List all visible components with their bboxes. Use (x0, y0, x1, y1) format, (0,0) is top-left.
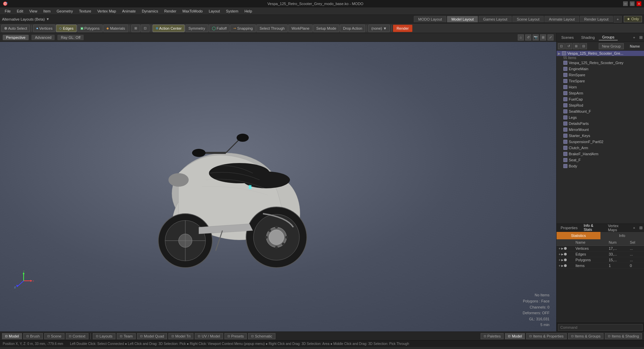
add-scene-tab-button[interactable]: + (631, 35, 637, 40)
add-layout-button[interactable]: + (614, 16, 622, 23)
viewport-refresh-button[interactable]: ↺ (525, 34, 531, 41)
menu-edit[interactable]: Edit (14, 8, 26, 14)
info-stats-tab[interactable]: Info & Stats (581, 223, 605, 233)
action-center-button[interactable]: ⊕ Action Center (153, 25, 185, 32)
menu-render[interactable]: Render (161, 8, 179, 14)
mode-context-button[interactable]: ⊡ Context (66, 333, 88, 339)
menu-layout[interactable]: Layout (206, 8, 222, 14)
menu-view[interactable]: View (27, 8, 40, 14)
tree-item-detailsparts[interactable]: DetailsParts (557, 120, 644, 127)
groups-icon-btn4[interactable]: ⊟ (580, 43, 587, 49)
tree-item-seatf[interactable]: Seat_F (557, 157, 644, 163)
model-tri-button[interactable]: ⊡ Model Tri (168, 333, 193, 339)
mode-brush-button[interactable]: ⊡ Brush (23, 333, 43, 339)
polygons-button[interactable]: ▣ Polygons (77, 25, 103, 32)
layout-preset-chevron[interactable]: ▼ (46, 17, 50, 21)
workplane-button[interactable]: WorkPlane (288, 25, 313, 32)
scene-tree[interactable]: ▶ Vespa_125_Retro_Scooter_Gre... 55 Item… (557, 51, 644, 223)
model-right-button[interactable]: ⊡ Model (505, 333, 525, 339)
tree-item-steprod[interactable]: StepRod (557, 102, 644, 108)
falloff-button[interactable]: ◯ Falloff (209, 25, 230, 32)
groups-tab[interactable]: Groups (599, 34, 618, 41)
tree-item-steparm[interactable]: StepArm (557, 90, 644, 96)
tree-item-suspension[interactable]: SuspensionF_Part02 (557, 139, 644, 145)
menu-item[interactable]: Item (41, 8, 53, 14)
stats-plus-polygons[interactable]: + (559, 258, 561, 262)
shading-tab[interactable]: Shading (578, 35, 598, 40)
viewport-camera-button[interactable]: 📷 (533, 34, 539, 41)
setup-mode-button[interactable]: Setup Mode (313, 25, 339, 32)
render-button[interactable]: Render (393, 25, 412, 32)
symmetry-button[interactable]: Symmetry (185, 25, 208, 32)
properties-tab[interactable]: Properties (558, 225, 580, 231)
viewport-home-button[interactable]: ⌂ (518, 34, 524, 41)
tab-render-layout[interactable]: Render Layout (580, 16, 613, 22)
detach-panel-button[interactable]: ⊞ (639, 35, 643, 40)
team-button[interactable]: ⊡ Team (117, 333, 136, 339)
tree-item-legs[interactable]: Legs (557, 114, 644, 120)
command-input[interactable] (558, 324, 643, 331)
workplane-btn2[interactable]: ⊡ (141, 25, 150, 32)
stats-plus-edges[interactable]: + (559, 252, 561, 256)
tree-item-mirrormount[interactable]: MirrorMount (557, 127, 644, 133)
tree-item-seatmount[interactable]: SeatMount_F (557, 108, 644, 114)
mode-model-button[interactable]: ⊡ Model (2, 333, 22, 339)
tree-item-vespa[interactable]: Vespa_125_Retro_Scooter_Grey (557, 60, 644, 66)
minimize-button[interactable]: ─ (623, 1, 628, 6)
layout-preset-selector[interactable]: Alternative Layouts (Beta) ▼ (2, 17, 49, 21)
viewport-grid-button[interactable]: ⊞ (540, 34, 546, 41)
tree-item-rimspare[interactable]: RimSpare (557, 72, 644, 78)
palettes-button[interactable]: ⊡ Palettes (481, 333, 504, 339)
groups-icon-btn1[interactable]: ⊡ (558, 43, 565, 49)
presets-button[interactable]: ⊡ Presets (224, 333, 247, 339)
tab-animate-layout[interactable]: Animate Layout (544, 16, 579, 22)
menu-geometry[interactable]: Geometry (54, 8, 76, 14)
menu-animate[interactable]: Animate (119, 8, 138, 14)
schematic-button[interactable]: ⊡ Schematic (248, 333, 275, 339)
model-quad-button[interactable]: ⊡ Model Quad (137, 333, 167, 339)
add-props-tab-button[interactable]: + (631, 225, 637, 231)
drop-action-button[interactable]: Drop Action (340, 25, 365, 32)
none-dropdown-button[interactable]: (none) ▼ (368, 25, 390, 32)
viewport-tab-advanced[interactable]: Advanced (31, 35, 55, 40)
menu-vertex-map[interactable]: Vertex Map (95, 8, 119, 14)
tree-item-enginemain[interactable]: EngineMain (557, 66, 644, 72)
menu-system[interactable]: System (223, 8, 241, 14)
scenes-tab[interactable]: Scenes (558, 35, 577, 40)
stats-tri-edges[interactable]: ▶ (561, 253, 563, 256)
detach-props-button[interactable]: ⊞ (639, 225, 643, 230)
edges-button[interactable]: ◇ Edges (56, 25, 76, 32)
stats-plus-vertices[interactable]: + (559, 247, 561, 250)
materials-button[interactable]: ◈ Materials (103, 25, 128, 32)
tab-games-layout[interactable]: Games Layout (479, 16, 512, 22)
3d-viewport[interactable]: X Y Z No Items Polygons : Face Channels:… (0, 42, 556, 331)
menu-help[interactable]: Help (242, 8, 255, 14)
viewport-raygl[interactable]: Ray GL: Off (57, 35, 84, 40)
menu-dynamics[interactable]: Dynamics (139, 8, 161, 14)
tree-item-starterkeys[interactable]: Starter_Keys (557, 133, 644, 139)
tree-item-horn[interactable]: Horn (557, 84, 644, 90)
select-through-button[interactable]: Select Through (257, 25, 288, 32)
items-groups-button[interactable]: ⊡ Items & Groups (568, 333, 603, 339)
groups-icon-btn2[interactable]: ↺ (565, 43, 572, 49)
tab-modo-layout[interactable]: MODO Layout (414, 16, 446, 22)
tree-item-body[interactable]: Body (557, 163, 644, 169)
items-shading-button[interactable]: ⊡ Items & Shading (605, 333, 642, 339)
tree-root-item[interactable]: ▶ Vespa_125_Retro_Scooter_Gre... (557, 51, 644, 56)
stats-tri-polygons[interactable]: ▶ (561, 259, 563, 262)
window-controls[interactable]: ─ □ ✕ (623, 1, 641, 6)
tree-item-brakefhandarm[interactable]: BrakeF_HandArm (557, 151, 644, 157)
close-button[interactable]: ✕ (637, 1, 641, 6)
stats-tri-vertices[interactable]: ▶ (561, 247, 563, 250)
stats-tri-items[interactable]: ▶ (561, 264, 563, 267)
tree-item-tirespare[interactable]: TireSpare (557, 78, 644, 84)
maximize-button[interactable]: □ (630, 1, 635, 6)
viewport-tab-perspective[interactable]: Perspective (3, 35, 29, 40)
statistics-subtab[interactable]: Statistics (557, 232, 600, 239)
tree-item-fuelcap[interactable]: FuelCap (557, 96, 644, 102)
vertices-button[interactable]: ● Vertices (33, 25, 55, 32)
only-button[interactable]: ★ Only (624, 16, 642, 22)
tab-scene-layout[interactable]: Scene Layout (512, 16, 544, 22)
tab-model-layout[interactable]: Model Layout (447, 16, 478, 22)
layouts-button[interactable]: ⊡ Layouts (93, 333, 116, 339)
